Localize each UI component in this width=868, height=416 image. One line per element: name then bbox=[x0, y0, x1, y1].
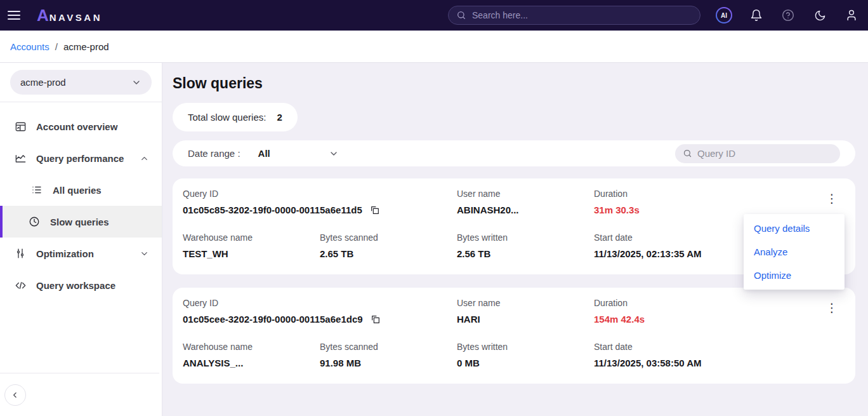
sliders-icon bbox=[14, 247, 27, 260]
menu-item-query-details[interactable]: Query details bbox=[744, 217, 845, 240]
account-selector[interactable]: acme-prod bbox=[10, 70, 152, 95]
kebab-menu-icon[interactable]: ⋮ bbox=[825, 190, 839, 206]
sidebar-item-query-workspace[interactable]: Query workspace bbox=[0, 269, 162, 301]
user-name-label: User name bbox=[457, 189, 594, 199]
bytes-scanned-value: 91.98 MB bbox=[320, 358, 457, 368]
sidebar-item-optimization[interactable]: Optimization bbox=[0, 238, 162, 269]
start-date-label: Start date bbox=[594, 342, 855, 352]
chart-icon bbox=[14, 152, 27, 164]
sidebar-item-all-queries[interactable]: All queries bbox=[0, 174, 162, 206]
dashboard-icon bbox=[14, 120, 27, 133]
duration-label: Duration bbox=[594, 298, 855, 308]
ai-badge[interactable]: AI bbox=[716, 7, 732, 23]
query-id-label: Query ID bbox=[183, 189, 457, 199]
total-label: Total slow queries: bbox=[188, 112, 266, 123]
logo-letter: A bbox=[37, 7, 49, 23]
user-name-value: HARI bbox=[457, 314, 594, 325]
search-input[interactable] bbox=[472, 10, 692, 20]
bytes-scanned-label: Bytes scanned bbox=[320, 232, 457, 243]
breadcrumb: Accounts / acme-prod bbox=[0, 30, 868, 63]
warehouse-value: TEST_WH bbox=[183, 248, 320, 259]
chevron-down-icon bbox=[131, 77, 141, 88]
bytes-scanned-value: 2.65 TB bbox=[320, 248, 457, 259]
query-id-input[interactable] bbox=[697, 148, 832, 159]
copy-icon[interactable] bbox=[371, 314, 381, 325]
breadcrumb-current: acme-prod bbox=[63, 41, 109, 52]
start-date-value: 11/13/2025, 03:58:50 AM bbox=[594, 358, 855, 368]
code-icon bbox=[14, 279, 27, 292]
sidebar-collapse-button[interactable] bbox=[4, 384, 26, 406]
profile-icon[interactable] bbox=[844, 8, 859, 23]
breadcrumb-separator: / bbox=[55, 41, 58, 52]
total-value: 2 bbox=[277, 112, 282, 123]
date-range-label: Date range : bbox=[188, 148, 240, 159]
bytes-written-value: 2.56 TB bbox=[457, 248, 594, 259]
chevron-down-icon bbox=[140, 249, 149, 258]
user-name-value: ABINASH20... bbox=[457, 205, 594, 215]
copy-icon[interactable] bbox=[370, 205, 380, 215]
duration-value: 154m 42.4s bbox=[594, 314, 855, 325]
warehouse-label: Warehouse name bbox=[183, 342, 320, 352]
chevron-up-icon bbox=[140, 154, 149, 163]
page-title: Slow queries bbox=[173, 75, 855, 92]
chevron-left-icon bbox=[11, 391, 20, 399]
account-selector-value: acme-prod bbox=[20, 77, 66, 88]
bytes-scanned-label: Bytes scanned bbox=[320, 342, 457, 352]
bell-icon[interactable] bbox=[749, 8, 764, 23]
logo-text: NAVSAN bbox=[49, 12, 102, 23]
help-icon[interactable] bbox=[780, 8, 796, 23]
warehouse-value: ANALYSIS_... bbox=[183, 358, 320, 368]
bytes-written-label: Bytes written bbox=[457, 342, 594, 352]
app-logo[interactable]: A NAVSAN bbox=[37, 7, 102, 23]
user-name-label: User name bbox=[457, 298, 594, 308]
query-id-value: 01c05cee-3202-19f0-0000-00115a6e1dc9 bbox=[183, 314, 363, 325]
breadcrumb-accounts-link[interactable]: Accounts bbox=[10, 41, 49, 52]
moon-icon[interactable] bbox=[812, 8, 827, 23]
divider bbox=[0, 373, 159, 373]
bytes-written-value: 0 MB bbox=[457, 358, 594, 368]
query-card: Query ID 01c05cee-3202-19f0-0000-00115a6… bbox=[173, 288, 855, 384]
kebab-menu-icon[interactable]: ⋮ bbox=[825, 299, 839, 316]
list-icon bbox=[30, 184, 43, 196]
sidebar-item-account-overview[interactable]: Account overview bbox=[0, 111, 162, 142]
search-icon bbox=[456, 10, 466, 20]
sidebar-item-query-performance[interactable]: Query performance bbox=[0, 142, 162, 174]
context-menu: Query details Analyze Optimize bbox=[744, 214, 845, 290]
query-id-search[interactable] bbox=[675, 144, 840, 163]
search-icon bbox=[683, 149, 692, 158]
filter-bar: Date range : All bbox=[173, 140, 855, 166]
query-id-label: Query ID bbox=[183, 298, 457, 308]
bytes-written-label: Bytes written bbox=[457, 232, 594, 243]
sidebar-item-slow-queries[interactable]: Slow queries bbox=[0, 206, 162, 238]
global-search[interactable] bbox=[448, 6, 700, 25]
chevron-down-icon bbox=[329, 149, 339, 159]
sidebar-nav: Account overview Query performance All q… bbox=[0, 111, 162, 301]
topbar: A NAVSAN AI bbox=[0, 0, 868, 30]
date-range-value[interactable]: All bbox=[258, 148, 270, 159]
date-range-dropdown[interactable] bbox=[329, 149, 339, 159]
warehouse-label: Warehouse name bbox=[183, 232, 320, 243]
total-slow-queries-chip: Total slow queries: 2 bbox=[173, 103, 298, 131]
menu-item-optimize[interactable]: Optimize bbox=[744, 264, 845, 287]
menu-item-analyze[interactable]: Analyze bbox=[744, 240, 845, 264]
main-content: Slow queries Total slow queries: 2 Date … bbox=[162, 63, 868, 416]
divider bbox=[0, 102, 162, 102]
hamburger-icon[interactable] bbox=[8, 7, 24, 23]
query-id-value: 01c05c85-3202-19f0-0000-00115a6e11d5 bbox=[183, 205, 362, 215]
duration-label: Duration bbox=[594, 189, 855, 199]
sidebar: acme-prod Account overview Query perform… bbox=[0, 63, 162, 416]
clock-icon bbox=[28, 215, 41, 228]
